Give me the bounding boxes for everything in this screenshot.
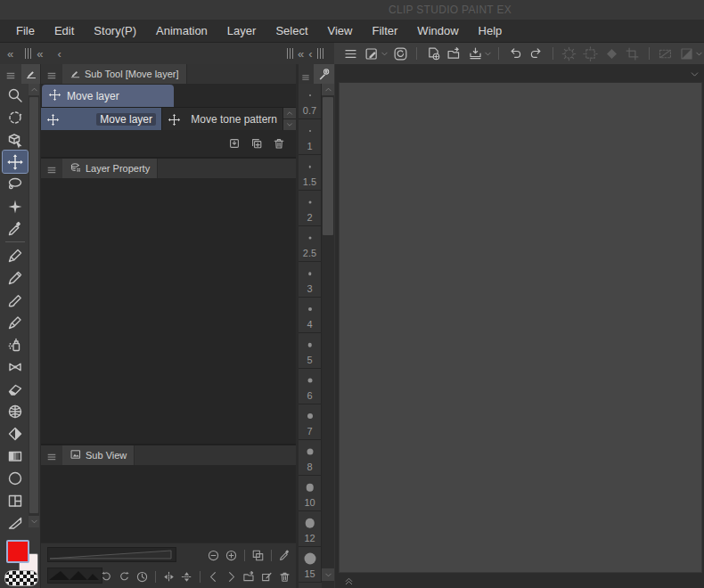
brush-size-10[interactable]: 10 xyxy=(299,476,322,511)
brush-size-3[interactable]: 3 xyxy=(299,262,322,298)
brush-size-4[interactable]: 4 xyxy=(299,298,322,333)
brush-size-scrollbar[interactable] xyxy=(322,84,334,588)
next-image-button[interactable] xyxy=(223,568,240,585)
menu-edit[interactable]: Edit xyxy=(45,24,84,37)
collapse-double-icon[interactable]: « xyxy=(7,48,13,60)
layer-property-tab[interactable]: Layer Property xyxy=(62,159,158,178)
flip-vertical-button[interactable] xyxy=(178,568,195,585)
menu-file[interactable]: File xyxy=(6,24,45,37)
transparent-color-swatch[interactable] xyxy=(4,570,38,586)
fill-selection-button[interactable] xyxy=(602,45,621,62)
tool-airbrush[interactable] xyxy=(3,333,28,355)
brush-size-12[interactable]: 12 xyxy=(299,511,322,547)
grip-icon[interactable] xyxy=(25,48,31,59)
tool-decoration[interactable] xyxy=(3,355,28,378)
tool-switcher-dropdown[interactable] xyxy=(381,50,389,58)
menu-layer[interactable]: Layer xyxy=(217,24,266,37)
tool-move-layer[interactable] xyxy=(3,151,28,173)
brush-size-1.5[interactable]: 1.5 xyxy=(299,155,322,191)
redo-button[interactable] xyxy=(527,45,546,62)
previous-image-button[interactable] xyxy=(205,568,222,585)
tool-frame-border[interactable] xyxy=(3,489,28,511)
brush-scroll-thumb[interactable] xyxy=(323,97,333,235)
delete-sub-tool-button[interactable] xyxy=(271,135,287,151)
brush-scroll-up[interactable] xyxy=(322,84,334,95)
expand-timeline[interactable] xyxy=(343,574,355,588)
menu-help[interactable]: Help xyxy=(469,24,512,37)
tool-palette-menu[interactable] xyxy=(5,69,16,85)
brush-size-0.7[interactable]: 0.7 xyxy=(299,84,322,119)
undo-button[interactable] xyxy=(505,45,525,62)
menu-filter[interactable]: Filter xyxy=(362,24,407,37)
collapse-single-icon[interactable]: ‹ xyxy=(308,48,312,60)
brush-size-6[interactable]: 6 xyxy=(299,369,322,404)
tool-palette-tab[interactable] xyxy=(21,64,40,84)
tool-eraser[interactable] xyxy=(3,378,28,400)
zoom-in-button[interactable] xyxy=(223,547,240,564)
sub-tool-menu[interactable] xyxy=(46,69,57,85)
tool-scroll-thumb[interactable] xyxy=(29,97,38,513)
tool-selection-area[interactable] xyxy=(3,173,28,195)
menu-story-p[interactable]: Story(P) xyxy=(84,24,146,37)
tool-auto-select[interactable] xyxy=(3,195,28,217)
clear-image-button[interactable] xyxy=(276,568,293,585)
expand-property-bar[interactable] xyxy=(690,67,700,83)
subtool-item[interactable]: Move tone pattern xyxy=(162,108,283,131)
sub-view-tab[interactable]: Sub View xyxy=(62,445,135,465)
tool-scroll-down[interactable] xyxy=(29,516,39,527)
tool-pen[interactable] xyxy=(3,244,28,266)
collapse-double-icon[interactable]: « xyxy=(37,48,43,60)
tool-blend[interactable] xyxy=(3,400,28,422)
reset-rotation-button[interactable] xyxy=(134,568,151,585)
brush-size-15[interactable]: 15 xyxy=(299,547,322,583)
canvas[interactable] xyxy=(339,82,702,573)
subtool-item[interactable]: Move layer xyxy=(41,108,162,131)
brush-size-1[interactable]: 1 xyxy=(299,119,322,155)
menu-select[interactable]: Select xyxy=(266,24,317,37)
grip-icon[interactable] xyxy=(287,48,293,59)
zoom-out-button[interactable] xyxy=(205,547,222,564)
crop-button[interactable] xyxy=(623,45,643,62)
open-image-button[interactable] xyxy=(241,568,258,585)
foreground-color-swatch[interactable] xyxy=(6,540,29,563)
rotate-ccw-button[interactable] xyxy=(98,568,115,585)
grip-icon[interactable] xyxy=(317,48,323,59)
brush-size-2[interactable]: 2 xyxy=(299,191,322,226)
tool-gradient[interactable] xyxy=(3,445,28,467)
menu-animation[interactable]: Animation xyxy=(146,24,217,37)
sub-tool-tab[interactable]: Sub Tool [Move layer] xyxy=(62,64,187,84)
subtool-scroll-down[interactable] xyxy=(283,119,296,130)
tool-move-view[interactable] xyxy=(3,106,28,128)
collapse-single-icon[interactable]: ‹ xyxy=(57,48,61,60)
brush-size-8[interactable]: 8 xyxy=(299,440,322,476)
collapse-double-icon[interactable]: « xyxy=(298,48,304,60)
sub-view-menu[interactable] xyxy=(46,450,57,466)
selection-border-dropdown[interactable] xyxy=(695,50,703,58)
open-file-button[interactable] xyxy=(445,45,464,62)
tool-correct-line[interactable] xyxy=(3,511,28,534)
tool-scrollbar[interactable] xyxy=(29,84,39,527)
auto-switch-button[interactable] xyxy=(258,568,275,585)
brush-size-5[interactable]: 5 xyxy=(299,333,322,369)
menu-window[interactable]: Window xyxy=(407,24,468,37)
save-file-dropdown[interactable] xyxy=(484,50,492,58)
selection-launcher-button[interactable] xyxy=(656,45,675,62)
fit-to-window-button[interactable] xyxy=(250,547,266,564)
menu-view[interactable]: View xyxy=(318,24,363,37)
brush-size-7[interactable]: 7 xyxy=(299,404,322,440)
save-file-button[interactable] xyxy=(466,45,486,62)
sub-tool-group-tab[interactable]: Move layer xyxy=(42,85,174,107)
new-canvas-button[interactable] xyxy=(423,45,443,62)
brush-size-2.5[interactable]: 2.5 xyxy=(299,226,322,262)
tool-switcher-button[interactable] xyxy=(363,45,382,62)
subtool-scroll-up[interactable] xyxy=(283,108,296,118)
open-clip-studio-button[interactable] xyxy=(390,45,410,62)
tool-operation[interactable] xyxy=(3,128,28,151)
color-picker-button[interactable] xyxy=(276,547,293,564)
tool-brush[interactable] xyxy=(3,289,28,311)
duplicate-sub-tool-button[interactable] xyxy=(249,135,265,151)
tool-marker[interactable] xyxy=(3,311,28,333)
tool-pencil[interactable] xyxy=(3,266,28,289)
clear-selection-button[interactable] xyxy=(560,45,579,62)
main-menu-button[interactable] xyxy=(341,45,361,62)
